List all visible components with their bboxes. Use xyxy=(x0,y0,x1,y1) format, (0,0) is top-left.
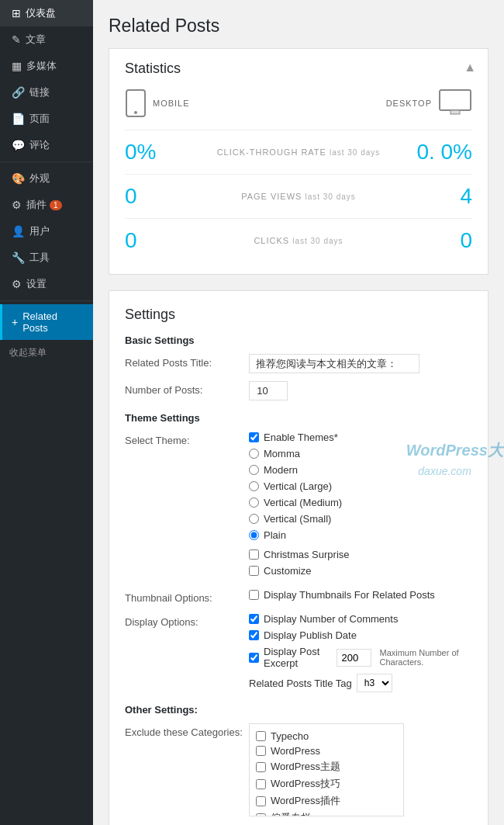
category-wp-theme: WordPress主题 xyxy=(256,760,397,774)
category-wp-plugins: WordPress插件 xyxy=(256,794,397,808)
sidebar-item-related-posts[interactable]: + Related Posts xyxy=(0,304,93,340)
display-date-item: Display Publish Date xyxy=(249,629,472,641)
theme-modern-radio[interactable] xyxy=(249,465,259,475)
theme-vertical-medium-radio[interactable] xyxy=(249,497,259,508)
other-settings-title: Other Settings: xyxy=(125,704,472,716)
sidebar-item-pages[interactable]: 📄 页面 xyxy=(0,106,93,132)
number-of-posts-input[interactable] xyxy=(249,381,288,400)
select-theme-label: Select Theme: xyxy=(125,432,249,446)
display-date-checkbox[interactable] xyxy=(249,630,259,640)
sidebar-item-tools[interactable]: 🔧 工具 xyxy=(0,244,93,271)
title-tag-row: Related Posts Title Tag h1 h2 h3 h4 h5 h… xyxy=(249,674,472,692)
display-comments-label: Display Number of Comments xyxy=(264,613,398,625)
thumbnail-checkbox[interactable] xyxy=(249,590,259,600)
title-tag-select[interactable]: h1 h2 h3 h4 h5 h6 xyxy=(357,674,392,692)
thumbnail-checkbox-item: Display Thumbnails For Related Posts xyxy=(249,589,472,601)
collapse-label: 收起菜单 xyxy=(9,346,47,359)
sidebar-item-plugins[interactable]: ⚙ 插件 1 xyxy=(0,192,93,218)
sidebar: ⊞ 仪表盘 ✎ 文章 ▦ 多媒体 🔗 链接 📄 页面 💬 评论 🎨 外观 xyxy=(0,0,93,825)
category-wordpress-checkbox[interactable] xyxy=(256,746,266,756)
enable-themes-label: Enable Themes* xyxy=(264,432,338,443)
related-posts-title-field xyxy=(249,354,472,373)
category-wp-plugins-checkbox[interactable] xyxy=(256,796,266,806)
christmas-surprise-checkbox[interactable] xyxy=(249,549,259,560)
enable-themes-checkbox[interactable] xyxy=(249,432,259,442)
theme-vertical-large: Vertical (Large) xyxy=(249,480,472,492)
excerpt-chars-input[interactable] xyxy=(337,649,371,667)
exclude-categories-field: Typecho WordPress WordPress主题 WordP xyxy=(249,723,472,816)
stats-collapse-button[interactable]: ▲ xyxy=(464,61,476,75)
category-favorites: 偏爱专栏 xyxy=(256,811,397,816)
sidebar-item-links[interactable]: 🔗 链接 xyxy=(0,79,93,106)
settings-section: Settings Basic Settings Related Posts Ti… xyxy=(109,290,488,825)
statistics-section: ▲ Statistics MOBILE DESKTOP xyxy=(109,48,488,275)
theme-vertical-large-label: Vertical (Large) xyxy=(264,480,332,492)
settings-icon: ⚙ xyxy=(12,278,22,290)
settings-title: Settings xyxy=(125,307,472,323)
stat-left-clicks: 0 xyxy=(125,228,187,253)
exclude-categories-row: Exclude these Categories: Typecho WordPr… xyxy=(125,723,472,816)
comments-icon: 💬 xyxy=(12,139,25,151)
display-comments-item: Display Number of Comments xyxy=(249,613,472,625)
dashboard-icon: ⊞ xyxy=(12,7,21,19)
desktop-label: DESKTOP xyxy=(386,99,432,108)
excerpt-max-label: Maximum Number of Characters. xyxy=(379,648,472,667)
related-posts-title-input[interactable] xyxy=(249,354,419,373)
sidebar-item-dashboard[interactable]: ⊞ 仪表盘 xyxy=(0,0,93,26)
sidebar-item-appearance[interactable]: 🎨 外观 xyxy=(0,165,93,192)
stat-row-pageviews: 0 PAGE VIEWS last 30 days 4 xyxy=(125,174,472,218)
stat-row-clicks: 0 CLICKS last 30 days 0 xyxy=(125,218,472,262)
thumbnail-checkbox-label: Display Thumbnails For Related Posts xyxy=(264,589,435,601)
appearance-icon: 🎨 xyxy=(12,172,25,185)
theme-settings-title: Theme Settings xyxy=(125,412,472,424)
sidebar-item-media[interactable]: ▦ 多媒体 xyxy=(0,53,93,79)
users-icon: 👤 xyxy=(12,225,25,237)
number-of-posts-field xyxy=(249,381,472,400)
page-title: Related Posts xyxy=(109,16,488,36)
svg-point-1 xyxy=(134,111,137,114)
category-wp-theme-checkbox[interactable] xyxy=(256,762,266,772)
category-wp-tips-checkbox[interactable] xyxy=(256,779,266,789)
sidebar-item-label: 仪表盘 xyxy=(26,6,56,20)
mobile-icon xyxy=(125,88,147,118)
category-favorites-checkbox[interactable] xyxy=(256,813,266,817)
statistics-title: Statistics xyxy=(125,61,472,77)
stat-left-pageviews: 0 xyxy=(125,184,187,209)
sidebar-item-label: 多媒体 xyxy=(26,59,57,73)
category-wp-tips: WordPress技巧 xyxy=(256,777,397,791)
display-excerpt-checkbox[interactable] xyxy=(249,653,259,663)
thumbnail-options-row: Thumbnail Options: Display Thumbnails Fo… xyxy=(125,589,472,605)
category-wp-tips-label: WordPress技巧 xyxy=(271,777,340,791)
svg-rect-2 xyxy=(440,90,471,110)
stats-device-row: MOBILE DESKTOP xyxy=(125,88,472,118)
theme-vertical-small-radio[interactable] xyxy=(249,514,259,524)
theme-vertical-large-radio[interactable] xyxy=(249,481,259,491)
svg-rect-3 xyxy=(450,110,460,114)
sidebar-item-comments[interactable]: 💬 评论 xyxy=(0,132,93,158)
sidebar-item-posts[interactable]: ✎ 文章 xyxy=(0,26,93,53)
customize-label: Customize xyxy=(264,565,311,577)
display-date-label: Display Publish Date xyxy=(264,629,357,641)
category-list[interactable]: Typecho WordPress WordPress主题 WordP xyxy=(249,723,404,816)
related-posts-title-label: Related Posts Title: xyxy=(125,354,249,369)
stat-label-pageviews: PAGE VIEWS last 30 days xyxy=(187,192,410,201)
sidebar-divider xyxy=(0,161,93,162)
stat-label-ctr: CLICK-THROUGH RATE last 30 days xyxy=(187,147,410,157)
sidebar-item-settings[interactable]: ⚙ 设置 xyxy=(0,271,93,297)
theme-momma: Momma xyxy=(249,448,472,459)
customize-checkbox[interactable] xyxy=(249,566,259,576)
sidebar-collapse-toggle[interactable]: 收起菜单 xyxy=(0,340,93,366)
display-comments-checkbox[interactable] xyxy=(249,614,259,624)
exclude-categories-label: Exclude these Categories: xyxy=(125,723,249,738)
sidebar-divider-2 xyxy=(0,300,93,301)
category-typecho-checkbox[interactable] xyxy=(256,731,266,741)
category-wp-theme-label: WordPress主题 xyxy=(271,760,340,774)
theme-momma-radio[interactable] xyxy=(249,449,259,459)
sidebar-item-label: 设置 xyxy=(26,277,47,291)
theme-modern: Modern xyxy=(249,464,472,476)
basic-settings-title: Basic Settings xyxy=(125,335,472,346)
sidebar-item-users[interactable]: 👤 用户 xyxy=(0,218,93,244)
related-posts-title-row: Related Posts Title: xyxy=(125,354,472,373)
category-favorites-label: 偏爱专栏 xyxy=(271,811,311,816)
theme-plain-radio[interactable] xyxy=(249,530,259,540)
